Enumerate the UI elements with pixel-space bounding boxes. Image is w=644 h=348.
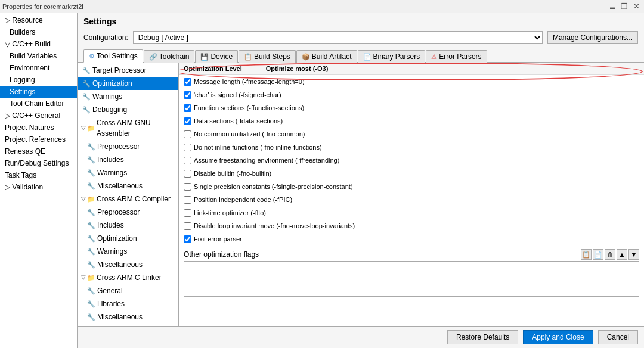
checkbox-no-common[interactable] bbox=[184, 130, 191, 138]
st-asm-group[interactable]: ▽ 📁 Cross ARM GNU Assembler bbox=[78, 116, 178, 140]
st-asm-misc[interactable]: 🔧 Miscellaneous bbox=[78, 179, 178, 192]
error-icon: ⚠ bbox=[431, 53, 437, 61]
tab-error-parsers[interactable]: ⚠ Error Parsers bbox=[426, 50, 487, 63]
st-c-includes[interactable]: 🔧 Includes bbox=[78, 219, 178, 232]
tab-toolchain[interactable]: 🔗 Toolchain bbox=[144, 50, 195, 63]
asm-inc-icon: 🔧 bbox=[87, 154, 95, 165]
debug-icon: 🔧 bbox=[82, 104, 91, 115]
st-c-compiler-group[interactable]: ▽ 📁 Cross ARM C Compiler bbox=[78, 192, 178, 206]
sidebar-item-logging[interactable]: Logging bbox=[0, 74, 77, 86]
tab-binary-parsers-label: Binary Parsers bbox=[373, 52, 420, 61]
st-asm-warnings[interactable]: 🔧 Warnings bbox=[78, 166, 178, 179]
checkbox-row-fpic: Position independent code (-fPIC) bbox=[179, 193, 644, 206]
sidebar-item-validation[interactable]: ▷ Validation bbox=[0, 181, 77, 193]
st-optimization[interactable]: 🔧 Optimization bbox=[78, 77, 178, 90]
sidebar-item-cpp-build[interactable]: ▽ C/C++ Build bbox=[0, 38, 77, 50]
window-title: Properties for coremarkrzt2l bbox=[2, 3, 83, 10]
checkbox-no-loop[interactable] bbox=[184, 222, 191, 230]
restore-defaults-button[interactable]: Restore Defaults bbox=[447, 330, 518, 344]
st-warnings[interactable]: 🔧 Warnings bbox=[78, 90, 178, 103]
opt-icon: 🔧 bbox=[82, 78, 91, 89]
c-opt-icon: 🔧 bbox=[87, 233, 95, 244]
other-flags-textarea[interactable] bbox=[184, 261, 639, 297]
sidebar-item-toolchain-editor[interactable]: Tool Chain Editor bbox=[0, 98, 77, 110]
st-c-misc[interactable]: 🔧 Miscellaneous bbox=[78, 258, 178, 271]
flags-icon-btn-2[interactable]: 📄 bbox=[593, 249, 603, 260]
sidebar-item-renesas-qe[interactable]: Renesas QE bbox=[0, 145, 77, 157]
sidebar-item-resource[interactable]: ▷ Resource bbox=[0, 14, 77, 26]
c-arrow: ▽ bbox=[81, 194, 86, 204]
sidebar-item-run-debug[interactable]: Run/Debug Settings bbox=[0, 157, 77, 169]
linker-arrow: ▽ bbox=[81, 272, 86, 283]
checkbox-no-inline[interactable] bbox=[184, 144, 191, 151]
checkbox-fpic[interactable] bbox=[184, 196, 191, 204]
label-no-common: No common unitialized (-fno-common) bbox=[194, 129, 305, 139]
st-c-warnings[interactable]: 🔧 Warnings bbox=[78, 245, 178, 258]
close-button[interactable]: ✕ bbox=[631, 1, 642, 12]
asm-pre-icon: 🔧 bbox=[87, 141, 95, 152]
lg-icon: 🔧 bbox=[87, 285, 95, 296]
bottom-row: Restore Defaults Apply and Close Cancel bbox=[78, 326, 644, 348]
dialog-body: ▷ Resource Builders ▽ C/C++ Build Build … bbox=[0, 13, 644, 348]
right-panel: Settings Configuration: Debug [ Active ]… bbox=[78, 13, 644, 348]
checkbox-single-prec[interactable] bbox=[184, 183, 191, 191]
manage-configurations-button[interactable]: Manage Configurations... bbox=[547, 31, 638, 44]
restore-button[interactable]: ❐ bbox=[619, 1, 630, 12]
checkbox-row-single-prec: Single precision constants (-fsingle-pre… bbox=[179, 180, 644, 193]
checkbox-func-sections[interactable] bbox=[184, 104, 191, 112]
tab-build-steps[interactable]: 📋 Build Steps bbox=[239, 50, 296, 63]
sidebar-item-task-tags[interactable]: Task Tags bbox=[0, 169, 77, 181]
tab-build-artifact-label: Build Artifact bbox=[312, 52, 352, 61]
ll-icon: 🔧 bbox=[87, 299, 95, 309]
asm-warn-icon: 🔧 bbox=[87, 167, 95, 178]
settings-inner-tree: 🔧 Target Processor 🔧 Optimization 🔧 Warn… bbox=[78, 63, 179, 326]
st-c-optimization[interactable]: 🔧 Optimization bbox=[78, 232, 178, 245]
apply-close-button[interactable]: Apply and Close bbox=[523, 330, 593, 344]
sidebar-item-builders[interactable]: Builders bbox=[0, 26, 77, 38]
c-group-icon: 📁 bbox=[87, 194, 95, 204]
checkbox-freestanding[interactable] bbox=[184, 157, 191, 164]
sidebar-item-build-variables[interactable]: Build Variables bbox=[0, 50, 77, 62]
left-panel: ▷ Resource Builders ▽ C/C++ Build Build … bbox=[0, 13, 78, 348]
asm-misc-icon: 🔧 bbox=[87, 181, 95, 191]
label-fixit: Fixit error parser bbox=[194, 234, 242, 244]
checkbox-row-no-loop: Disable loop invariant move (-fno-move-l… bbox=[179, 219, 644, 232]
tab-build-artifact[interactable]: 📦 Build Artifact bbox=[296, 50, 357, 63]
minimize-button[interactable]: 🗕 bbox=[607, 1, 618, 12]
flags-icon-btn-3[interactable]: 🗑 bbox=[605, 249, 615, 260]
checkbox-fixit[interactable] bbox=[184, 235, 191, 243]
sidebar-item-settings[interactable]: Settings bbox=[0, 86, 77, 98]
st-linker-misc[interactable]: 🔧 Miscellaneous bbox=[78, 310, 178, 324]
st-asm-includes[interactable]: 🔧 Includes bbox=[78, 153, 178, 166]
st-asm-preprocessor[interactable]: 🔧 Preprocessor bbox=[78, 140, 178, 153]
tab-tool-settings[interactable]: ⚙ Tool Settings bbox=[83, 49, 143, 63]
config-select[interactable]: Debug [ Active ] bbox=[133, 31, 543, 44]
flags-icon-btn-5[interactable]: ▼ bbox=[628, 249, 639, 260]
checkbox-no-builtin[interactable] bbox=[184, 170, 191, 178]
st-target-processor[interactable]: 🔧 Target Processor bbox=[78, 64, 178, 77]
detail-header: Optimization Level Optimize most (-O3) bbox=[179, 63, 644, 75]
c-misc-icon: 🔧 bbox=[87, 259, 95, 270]
label-func-sections: Function sections (-ffunction-sections) bbox=[194, 102, 304, 113]
checkbox-flto[interactable] bbox=[184, 209, 191, 217]
st-debugging[interactable]: 🔧 Debugging bbox=[78, 103, 178, 116]
sidebar-item-project-natures[interactable]: Project Natures bbox=[0, 122, 77, 133]
checkbox-char-signed[interactable] bbox=[184, 91, 191, 99]
sidebar-item-project-refs[interactable]: Project References bbox=[0, 133, 77, 145]
cancel-button[interactable]: Cancel bbox=[598, 330, 638, 344]
st-c-preprocessor[interactable]: 🔧 Preprocessor bbox=[78, 206, 178, 219]
detail-col2: Optimize most (-O3) bbox=[266, 65, 329, 72]
st-linker-group[interactable]: ▽ 📁 Cross ARM C Linker bbox=[78, 271, 178, 284]
st-linker-general[interactable]: 🔧 General bbox=[78, 284, 178, 297]
sidebar-item-environment[interactable]: Environment bbox=[0, 62, 77, 74]
checkbox-msg-len[interactable] bbox=[184, 78, 191, 86]
tab-binary-parsers[interactable]: 📄 Binary Parsers bbox=[358, 50, 426, 63]
tab-device[interactable]: 💾 Device bbox=[195, 50, 238, 63]
st-linker-libraries[interactable]: 🔧 Libraries bbox=[78, 297, 178, 310]
tab-device-label: Device bbox=[210, 52, 233, 61]
sidebar-item-cpp-general[interactable]: ▷ C/C++ General bbox=[0, 110, 77, 122]
checkbox-row-flto: Link-time optimizer (-flto) bbox=[179, 206, 644, 219]
flags-icon-btn-1[interactable]: 📋 bbox=[581, 249, 592, 260]
flags-icon-btn-4[interactable]: ▲ bbox=[617, 249, 627, 260]
checkbox-data-sections[interactable] bbox=[184, 117, 191, 125]
